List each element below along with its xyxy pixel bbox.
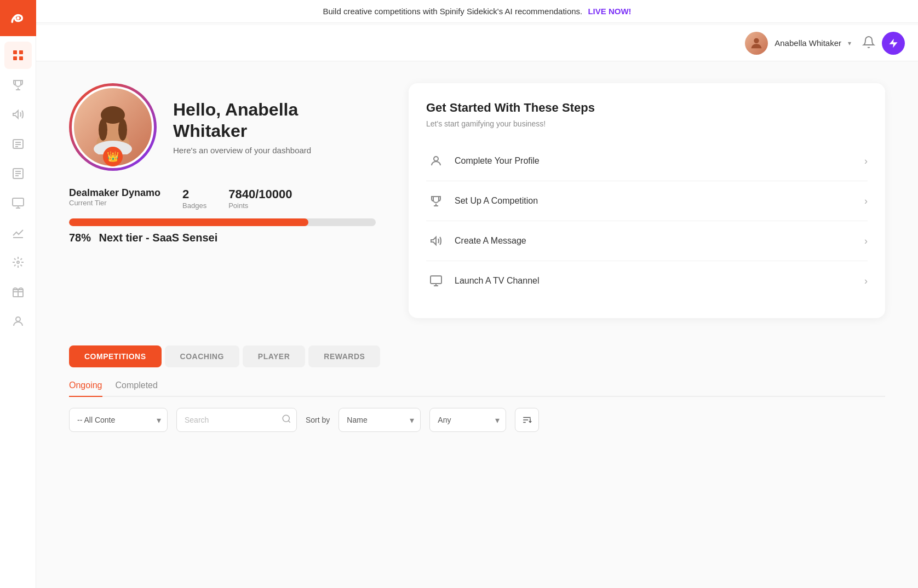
sidebar-nav: [4, 36, 32, 588]
main-tabs: COMPETITIONS COACHING PLAYER REWARDS: [69, 345, 885, 367]
tier-stat: Dealmaker Dynamo Current Tier: [69, 187, 160, 210]
step-chevron-icon-3: ›: [864, 235, 868, 247]
banner-text: Build creative competitions with Spinify…: [323, 7, 582, 16]
svg-rect-3: [13, 56, 17, 60]
progress-bar-wrap: [69, 218, 376, 226]
step-setup-competition-label: Set Up A Competition: [455, 196, 864, 206]
svg-point-29: [434, 157, 438, 161]
step-launch-tv[interactable]: Launch A TV Channel ›: [426, 261, 868, 301]
step-create-message-label: Create A Message: [455, 236, 864, 246]
content-filter-select[interactable]: -- All Conte: [69, 408, 168, 432]
megaphone-icon: [426, 231, 446, 251]
sort-select-wrap: Name Date Status: [338, 408, 421, 432]
sub-tabs: Ongoing Completed: [69, 381, 885, 397]
svg-rect-1: [13, 50, 17, 54]
crown-icon: 👑: [103, 147, 123, 166]
get-started-subtitle: Let's start gamifying your business!: [426, 119, 868, 128]
tab-rewards[interactable]: REWARDS: [308, 345, 380, 367]
step-complete-profile-label: Complete Your Profile: [455, 156, 864, 166]
svg-point-0: [16, 16, 19, 19]
power-bolt-icon[interactable]: [882, 32, 905, 55]
header-avatar: [745, 32, 768, 55]
step-chevron-icon-2: ›: [864, 195, 868, 207]
svg-rect-30: [431, 276, 441, 284]
svg-point-17: [17, 261, 19, 263]
any-select[interactable]: Any Active Inactive: [429, 408, 506, 432]
tab-coaching[interactable]: COACHING: [165, 345, 239, 367]
sidebar-logo[interactable]: [0, 0, 36, 36]
profile-card: 👑 Hello, Anabella Whitaker Here's an ove…: [69, 83, 376, 244]
sidebar-item-megaphone[interactable]: [4, 101, 32, 128]
trophy-icon: [426, 191, 446, 211]
profile-stats: Dealmaker Dynamo Current Tier 2 Badges 7…: [69, 187, 376, 210]
step-create-message[interactable]: Create A Message ›: [426, 221, 868, 261]
tier-value: Dealmaker Dynamo: [69, 187, 160, 199]
top-section: 👑 Hello, Anabella Whitaker Here's an ove…: [69, 83, 885, 318]
content-filter-wrap: -- All Conte: [69, 408, 168, 432]
sidebar-item-dashboard[interactable]: [4, 42, 32, 69]
points-value: 7840/10000: [228, 187, 292, 201]
svg-point-26: [99, 119, 107, 141]
sort-select[interactable]: Name Date Status: [338, 408, 421, 432]
progress-bar-fill: [69, 218, 308, 226]
search-wrap: [176, 408, 297, 432]
main-content: 👑 Hello, Anabella Whitaker Here's an ove…: [36, 0, 918, 588]
get-started-title: Get Started With These Steps: [426, 101, 868, 115]
svg-point-33: [283, 415, 289, 422]
progress-percent: 78%: [69, 232, 91, 244]
sort-direction-button[interactable]: [515, 408, 539, 432]
banner-cta[interactable]: LIVE NOW!: [588, 7, 631, 16]
svg-rect-4: [19, 56, 23, 60]
sub-tab-completed[interactable]: Completed: [116, 381, 158, 397]
sidebar: [0, 0, 36, 588]
any-select-wrap: Any Active Inactive: [429, 408, 506, 432]
tab-competitions[interactable]: COMPETITIONS: [69, 345, 162, 367]
monitor-icon: [426, 271, 446, 291]
profile-info: Hello, Anabella Whitaker Here's an overv…: [173, 99, 376, 155]
header-user[interactable]: Anabella Whitaker ▾: [745, 32, 851, 55]
header: Anabella Whitaker ▾: [36, 25, 918, 61]
badges-value: 2: [182, 187, 206, 201]
points-label: Points: [228, 201, 292, 210]
header-username: Anabella Whitaker: [774, 38, 841, 48]
sub-tab-ongoing[interactable]: Ongoing: [69, 381, 102, 397]
sidebar-item-trophy[interactable]: [4, 71, 32, 99]
progress-next-tier: Next tier - SaaS Sensei: [99, 232, 217, 244]
sort-label: Sort by: [306, 416, 330, 424]
tabs-section: COMPETITIONS COACHING PLAYER REWARDS Ong…: [69, 345, 885, 432]
sidebar-item-gift[interactable]: [4, 278, 32, 305]
svg-point-27: [118, 119, 127, 141]
profile-greeting: Hello, Anabella Whitaker: [173, 99, 376, 141]
svg-rect-13: [13, 198, 24, 206]
badges-label: Badges: [182, 201, 206, 210]
progress-info: 78% Next tier - SaaS Sensei: [69, 232, 376, 244]
search-icon[interactable]: [282, 414, 291, 426]
sidebar-item-user[interactable]: [4, 308, 32, 335]
search-input[interactable]: [176, 408, 297, 432]
sidebar-item-magic[interactable]: [4, 249, 32, 276]
profile-subtitle: Here's an overview of your dashboard: [173, 146, 376, 155]
sidebar-item-list[interactable]: [4, 160, 32, 187]
notification-bell-icon[interactable]: [862, 36, 875, 51]
svg-point-21: [16, 317, 20, 321]
step-setup-competition[interactable]: Set Up A Competition ›: [426, 181, 868, 221]
sidebar-item-monitor[interactable]: [4, 189, 32, 217]
profile-avatar-wrap: 👑: [69, 83, 157, 171]
svg-point-22: [754, 38, 759, 43]
profile-top: 👑 Hello, Anabella Whitaker Here's an ove…: [69, 83, 376, 171]
badges-stat: 2 Badges: [182, 187, 206, 210]
step-complete-profile[interactable]: Complete Your Profile ›: [426, 141, 868, 181]
filter-row: -- All Conte Sort by: [69, 408, 885, 432]
tier-label: Current Tier: [69, 199, 160, 207]
person-icon: [426, 151, 446, 171]
tab-player[interactable]: PLAYER: [243, 345, 306, 367]
sidebar-item-newspaper[interactable]: [4, 130, 32, 158]
points-stat: 7840/10000 Points: [228, 187, 292, 210]
top-banner: Build creative competitions with Spinify…: [36, 0, 918, 23]
header-chevron-icon: ▾: [848, 39, 851, 47]
step-chevron-icon-4: ›: [864, 275, 868, 287]
sidebar-item-chart[interactable]: [4, 219, 32, 246]
get-started-card: Get Started With These Steps Let's start…: [409, 83, 885, 318]
svg-rect-2: [19, 50, 23, 54]
step-chevron-icon: ›: [864, 155, 868, 167]
